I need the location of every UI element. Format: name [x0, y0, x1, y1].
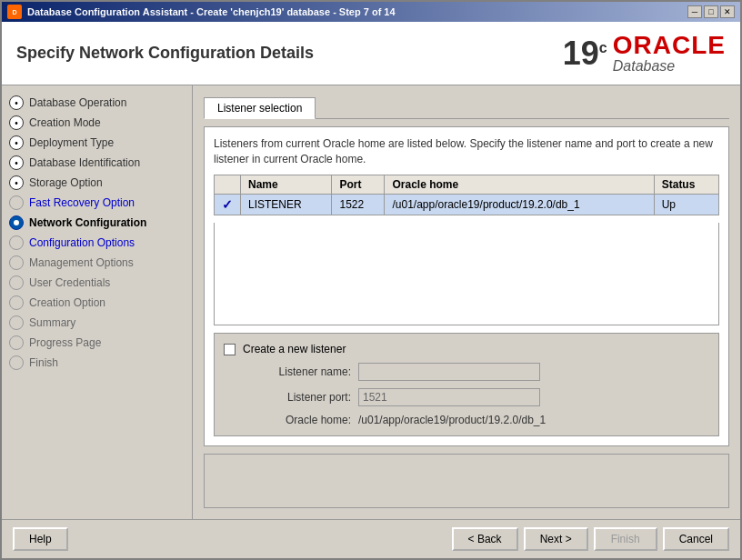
app-icon: D: [7, 5, 22, 19]
next-button[interactable]: Next >: [524, 527, 588, 551]
window-controls: ─ □ ✕: [687, 5, 735, 18]
close-button[interactable]: ✕: [720, 5, 735, 18]
svg-text:D: D: [12, 9, 16, 15]
tab-listener-selection[interactable]: Listener selection: [204, 97, 316, 119]
sidebar-icon-network-configuration: [9, 215, 24, 230]
new-listener-section: Create a new listener Listener name: Lis…: [214, 333, 719, 436]
listener-table: Name Port Oracle home Status ✓ LISTENER …: [214, 175, 719, 215]
sidebar-icon-creation-option: [9, 295, 24, 310]
oracle-product: Database: [613, 58, 676, 75]
listener-name-label: Listener name:: [242, 365, 351, 378]
table-empty-area: [214, 223, 719, 325]
oracle-text: ORACLE Database: [613, 33, 726, 75]
listener-name-input[interactable]: [358, 363, 540, 381]
sidebar-label-database-identification: Database Identification: [29, 156, 140, 169]
title-bar-left: D Database Configuration Assistant - Cre…: [7, 5, 396, 19]
listener-name-row: Listener name:: [224, 363, 709, 381]
sidebar-item-network-configuration[interactable]: Network Configuration: [2, 213, 192, 233]
sidebar-label-creation-option: Creation Option: [29, 296, 105, 309]
col-header-oracle-home: Oracle home: [385, 175, 654, 194]
row-port: 1522: [332, 194, 385, 215]
sidebar-icon-management-options: [9, 255, 24, 270]
sidebar-label-configuration-options: Configuration Options: [29, 236, 135, 249]
sidebar-icon-database-identification: •: [9, 155, 24, 170]
sidebar-label-network-configuration: Network Configuration: [29, 216, 146, 229]
col-header-name: Name: [241, 175, 332, 194]
sidebar-item-creation-mode[interactable]: •Creation Mode: [2, 113, 192, 133]
listener-port-label: Listener port:: [242, 391, 351, 404]
tab-content: Listeners from current Oracle home are l…: [204, 126, 729, 446]
table-row[interactable]: ✓ LISTENER 1522 /u01/app/oracle19/produc…: [215, 194, 719, 215]
row-status: Up: [654, 194, 718, 215]
row-name: LISTENER: [241, 194, 332, 215]
col-header-port: Port: [332, 175, 385, 194]
sidebar-icon-finish: [9, 355, 24, 370]
sidebar-icon-creation-mode: •: [9, 115, 24, 130]
window-title: Database Configuration Assistant - Creat…: [27, 6, 396, 17]
help-button[interactable]: Help: [13, 527, 68, 551]
sidebar-item-database-identification[interactable]: •Database Identification: [2, 153, 192, 173]
sidebar-item-management-options: Management Options: [2, 253, 192, 273]
sidebar-label-management-options: Management Options: [29, 256, 134, 269]
row-oracle-home: /u01/app/oracle19/product/19.2.0/db_1: [385, 194, 654, 215]
sidebar-icon-summary: [9, 315, 24, 330]
minimize-button[interactable]: ─: [687, 5, 702, 18]
content-area: Specify Network Configuration Details 19…: [2, 22, 740, 558]
finish-button[interactable]: Finish: [594, 527, 657, 551]
page-title: Specify Network Configuration Details: [16, 44, 314, 63]
sidebar-label-user-credentials: User Credentials: [29, 276, 110, 289]
title-bar: D Database Configuration Assistant - Cre…: [2, 2, 740, 22]
info-panel: [204, 454, 729, 508]
sidebar-icon-progress-page: [9, 335, 24, 350]
oracle-home-value: /u01/app/oracle19/product/19.2.0/db_1: [358, 414, 546, 426]
main-body: •Database Operation•Creation Mode•Deploy…: [2, 85, 740, 519]
col-header-status: Status: [654, 175, 718, 194]
sidebar-icon-user-credentials: [9, 275, 24, 290]
listener-port-input[interactable]: [358, 388, 540, 406]
sidebar-icon-storage-option: •: [9, 175, 24, 190]
sidebar-icon-deployment-type: •: [9, 135, 24, 150]
sidebar-item-storage-option[interactable]: •Storage Option: [2, 173, 192, 193]
back-button[interactable]: < Back: [452, 527, 518, 551]
oracle-name: ORACLE: [613, 33, 726, 58]
new-listener-checkbox[interactable]: [224, 344, 236, 355]
col-header-check: [215, 175, 241, 194]
sidebar-item-creation-option: Creation Option: [2, 293, 192, 313]
oracle-home-label: Oracle home:: [242, 414, 351, 426]
cancel-button[interactable]: Cancel: [663, 527, 729, 551]
sidebar-label-finish: Finish: [29, 356, 58, 369]
sidebar-item-fast-recovery-option[interactable]: Fast Recovery Option: [2, 193, 192, 213]
sidebar-label-progress-page: Progress Page: [29, 336, 101, 349]
header-area: Specify Network Configuration Details 19…: [2, 22, 740, 85]
oracle-version: 19c: [563, 37, 607, 70]
maximize-button[interactable]: □: [704, 5, 718, 18]
sidebar-item-configuration-options[interactable]: Configuration Options: [2, 233, 192, 253]
new-listener-label: Create a new listener: [243, 343, 346, 355]
sidebar: •Database Operation•Creation Mode•Deploy…: [2, 85, 193, 519]
sidebar-icon-configuration-options: [9, 235, 24, 250]
listener-port-row: Listener port:: [224, 388, 709, 406]
sidebar-item-summary: Summary: [2, 313, 192, 333]
sidebar-icon-database-operation: •: [9, 95, 24, 110]
sidebar-label-summary: Summary: [29, 316, 75, 329]
oracle-home-row: Oracle home: /u01/app/oracle19/product/1…: [224, 414, 709, 426]
description-text: Listeners from current Oracle home are l…: [214, 136, 719, 167]
sidebar-label-creation-mode: Creation Mode: [29, 116, 101, 129]
sidebar-icon-fast-recovery-option: [9, 195, 24, 210]
new-listener-header: Create a new listener: [224, 343, 709, 355]
sidebar-label-deployment-type: Deployment Type: [29, 136, 114, 149]
right-panel: Listener selection Listeners from curren…: [193, 85, 740, 519]
main-window: D Database Configuration Assistant - Cre…: [0, 0, 742, 560]
sidebar-item-progress-page: Progress Page: [2, 333, 192, 353]
bottom-bar: Help < Back Next > Finish Cancel: [2, 519, 740, 558]
sidebar-item-user-credentials: User Credentials: [2, 273, 192, 293]
oracle-logo: 19c ORACLE Database: [563, 33, 726, 75]
sidebar-label-storage-option: Storage Option: [29, 176, 103, 189]
tab-bar: Listener selection: [204, 96, 729, 119]
nav-buttons: < Back Next > Finish Cancel: [452, 527, 729, 551]
sidebar-item-finish: Finish: [2, 353, 192, 373]
sidebar-label-database-operation: Database Operation: [29, 96, 126, 109]
sidebar-item-deployment-type[interactable]: •Deployment Type: [2, 133, 192, 153]
sidebar-item-database-operation[interactable]: •Database Operation: [2, 93, 192, 113]
row-checkbox[interactable]: ✓: [215, 194, 241, 215]
